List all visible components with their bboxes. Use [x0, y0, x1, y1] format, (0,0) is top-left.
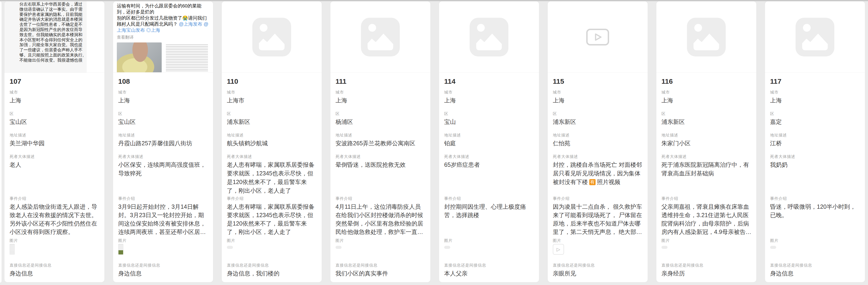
image-placeholder-icon: [796, 18, 834, 57]
field-label-event: 事件介绍: [336, 196, 425, 201]
field-label-direct: 直接信息还是间接信息: [227, 262, 317, 268]
tweet-text: 运输有时间，为什么跟居委会的60的菜能到，还好多是烂的 别的区都已经分发过几批物…: [117, 3, 209, 33]
image-placeholder-icon: [470, 18, 508, 57]
record-card-115[interactable]: 115 城市 上海 区 浦东新区 地址描述 仁怡苑 死者大体描述 封控，跳楼自杀…: [548, 1, 648, 282]
image-placeholder-icon: [687, 18, 726, 57]
card-cover-video-placeholder[interactable]: [548, 1, 648, 73]
field-value-city: 上海: [118, 96, 209, 105]
image-pill-placeholder: [336, 246, 342, 249]
card-cover-screenshot[interactable]: 分左右联系上中华西居委会，通过 微信语音确认了这一事实。由于需 要保护患者家属的…: [4, 1, 104, 73]
field-label-city: 城市: [9, 90, 99, 95]
field-value-event: 昏迷，呼吸微弱，120半小时到，已晚。: [770, 203, 860, 219]
field-value-direct: 身边信息: [118, 269, 209, 278]
record-card-116[interactable]: 116 城市 上海 区 浦东新区 地址描述 朱家门小区 死者大体描述 死于浦东医…: [656, 1, 756, 282]
field-value-city: 上海: [770, 96, 860, 105]
field-value-deceased: 封控，跳楼自杀当场死亡 对面楼邻居只看见听见现场情况，因为集体被封没有下楼有照片…: [553, 161, 643, 186]
field-label-address: 地址描述: [227, 133, 317, 138]
record-id: 114: [444, 77, 455, 85]
card-cover-placeholder: [765, 1, 865, 73]
field-label-deceased: 死者大体描述: [9, 154, 99, 159]
field-label-direct: 直接信息还是间接信息: [661, 262, 751, 268]
field-label-image: 图片: [336, 238, 425, 243]
field-value-district: 浦东新区: [553, 117, 643, 126]
record-id: 111: [336, 77, 346, 85]
field-label-event: 事件介绍: [661, 196, 751, 201]
field-label-direct: 直接信息还是间接信息: [336, 262, 425, 268]
field-value-direct: 我们小区的真实事件: [336, 269, 426, 278]
field-value-city: 上海: [444, 96, 534, 105]
field-label-image: 图片: [227, 238, 317, 243]
has-media-badge: 有: [589, 179, 595, 185]
record-id: 108: [118, 77, 130, 85]
field-label-district: 区: [336, 111, 425, 116]
video-play-icon: [586, 29, 609, 46]
field-label-district: 区: [661, 111, 751, 116]
field-label-district: 区: [118, 111, 208, 116]
field-label-event: 事件介绍: [770, 196, 860, 201]
record-card-107[interactable]: 分左右联系上中华西居委会，通过 微信语音确认了这一事实。由于需 要保护患者家属的…: [4, 1, 105, 282]
field-label-deceased: 死者大体描述: [553, 154, 643, 159]
record-card-117[interactable]: 117 城市 上海 区 嘉定 地址描述 江桥 死者大体描述 我奶奶 事件介绍 昏…: [765, 1, 865, 282]
field-label-event: 事件介绍: [118, 196, 208, 201]
field-value-district: 浦东新区: [227, 117, 317, 126]
record-id: 107: [9, 77, 21, 85]
field-label-direct: 直接信息还是间接信息: [444, 262, 534, 268]
partially-visible-card[interactable]: [0, 1, 2, 283]
record-card-114[interactable]: 114 城市 上海 区 宝山 地址描述 铂庭 死者大体描述 65岁癌症患者 事件…: [439, 1, 539, 282]
field-label-district: 区: [553, 111, 643, 116]
field-label-city: 城市: [336, 90, 425, 95]
image-pill-placeholder: [227, 246, 233, 249]
attachment-thumbnail[interactable]: [227, 244, 233, 249]
field-value-event: 3月9日起开始封控，3月14日解封。3月23日又一轮封控开始，期间这位保安始终没…: [118, 203, 209, 236]
record-card-110[interactable]: 110 城市 上海市 区 浦东新区 地址描述 航头镇鹤沙航城 死者大体描述 老人…: [221, 1, 322, 282]
field-value-address: 江桥: [770, 139, 860, 148]
record-card-111[interactable]: 111 城市 上海 区 杨浦区 地址描述 安波路265弄兰花教师公寓南区 死者大…: [330, 1, 431, 282]
field-value-direct: 本人父亲: [444, 269, 534, 278]
field-value-direct: 亲身经历: [661, 269, 752, 278]
image-pill-placeholder: [770, 246, 776, 249]
record-id: 110: [227, 77, 238, 85]
attachment-thumbnail[interactable]: ▷: [553, 244, 564, 255]
field-label-district: 区: [444, 111, 534, 116]
record-card-108[interactable]: 运输有时间，为什么跟居委会的60的菜能到，还好多是烂的 别的区都已经分发过几批物…: [113, 1, 213, 282]
field-value-deceased: 老人患有哮喘，家属联系居委报备要求就医，12345也表示尽快，但是120依然来不…: [227, 161, 317, 195]
field-label-direct: 直接信息还是间接信息: [9, 262, 99, 268]
card-cover-tweet[interactable]: 运输有时间，为什么跟居委会的60的菜能到，还好多是烂的 别的区都已经分发过几批物…: [113, 1, 213, 73]
field-value-deceased: 小区保安，连续两周高强度值班，导致猝死: [118, 161, 209, 178]
field-label-deceased: 死者大体描述: [770, 154, 860, 159]
gallery-card-row: 分左右联系上中华西居委会，通过 微信语音确认了这一事实。由于需 要保护患者家属的…: [4, 1, 865, 282]
field-label-address: 地址描述: [118, 133, 208, 138]
tweet-line2: 别的区都已经分发过几批物资了😭请问我们顾村人民是只配喝西北风吗？ @上海发布 @…: [117, 15, 209, 33]
image-pill-placeholder: [661, 246, 668, 249]
field-value-direct: 身边信息: [9, 269, 100, 278]
field-value-event: 因为凌晨十二点自杀， 很久救护车来了可能看到现场死了， 尸体留在原地，后来半夜也…: [553, 203, 643, 236]
attachment-thumbnail[interactable]: [9, 244, 15, 255]
view-translation-link[interactable]: 查看翻译: [117, 35, 209, 40]
field-label-district: 区: [770, 111, 860, 116]
field-label-image: 图片: [118, 238, 208, 243]
tweet-media-row: [117, 42, 209, 73]
attachment-thumbnail[interactable]: [661, 244, 668, 249]
field-value-direct: 身边信息: [770, 269, 860, 278]
field-label-city: 城市: [770, 90, 860, 95]
field-label-image: 图片: [661, 238, 751, 243]
screenshot-thumbnail-icon: [9, 244, 15, 255]
field-value-address: 铂庭: [444, 139, 534, 148]
field-value-event: 老人患有哮喘，家属联系居委报备要求就医，12345也表示尽快，但是120依然来不…: [227, 203, 317, 236]
field-value-district: 浦东新区: [661, 117, 752, 126]
field-label-image: 图片: [444, 238, 534, 243]
attachment-thumbnail[interactable]: [444, 244, 450, 249]
image-placeholder-icon: [252, 18, 291, 57]
field-label-address: 地址描述: [336, 133, 425, 138]
field-value-address: 仁怡苑: [553, 139, 643, 148]
field-value-city: 上海: [9, 96, 100, 105]
field-value-district: 杨浦区: [336, 117, 426, 126]
field-value-city: 上海: [553, 96, 643, 105]
field-label-district: 区: [227, 111, 317, 116]
attachment-thumbnail[interactable]: [118, 244, 123, 255]
field-label-image: 图片: [553, 238, 643, 243]
attachment-thumbnail[interactable]: [770, 244, 776, 249]
field-value-direct: 身边信息，我们楼的: [227, 269, 317, 278]
field-label-direct: 直接信息还是间接信息: [118, 262, 208, 268]
attachment-thumbnail[interactable]: [336, 244, 342, 249]
